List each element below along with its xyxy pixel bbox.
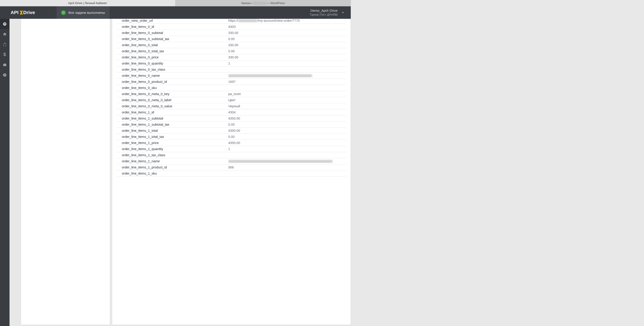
field-row: order_line_items_0_id4303	[117, 24, 346, 30]
field-row: order_line_items_1_tax_class	[117, 152, 346, 158]
field-row: order_line_items_0_tax_class	[117, 66, 346, 73]
field-key: order_line_items_0_tax_class	[122, 68, 228, 71]
field-key: order_line_items_0_meta_0_value	[122, 104, 228, 108]
field-row: order_line_items_1_subtotal4350.00	[117, 116, 346, 122]
field-row: order_line_items_0_total_tax0.00	[117, 48, 346, 54]
logo-icon: API Drive	[11, 10, 46, 16]
main-area: order_view_order_urlhttps:///my-account/…	[10, 19, 351, 178]
field-row: order_line_items_0_product_id1697	[117, 79, 346, 85]
redacted-segment	[238, 19, 258, 22]
logo[interactable]: API Drive	[0, 6, 56, 19]
field-value: Цвет	[228, 98, 346, 102]
field-row: order_line_items_1_name	[117, 158, 346, 164]
left-panel	[21, 19, 110, 178]
field-row: order_line_items_0_subtotal_tax0.00	[117, 36, 346, 42]
queue-status: Все задачи выполнены	[56, 6, 110, 19]
field-row: order_view_order_urlhttps:///my-account/…	[117, 19, 346, 24]
field-row: order_line_items_1_subtotal_tax0.00	[117, 122, 346, 128]
field-key: order_line_items_0_total_tax	[122, 49, 228, 53]
field-value: 1697	[228, 80, 346, 84]
field-key: order_line_items_1_quantity	[122, 147, 228, 151]
field-key: order_line_items_0_meta_0_key	[122, 92, 228, 96]
browser-tab-active[interactable]: ApiX-Drive | Личный Кабинет	[0, 0, 176, 6]
field-key: order_line_items_0_subtotal_tax	[122, 37, 228, 41]
field-value: 1	[228, 147, 346, 151]
account-name: Demo_ApiX-Drive	[310, 8, 338, 13]
nav-item-sitemap[interactable]	[0, 39, 9, 49]
field-row: order_line_items_1_price4350.00	[117, 140, 346, 146]
field-value: 330.00	[228, 31, 346, 35]
chevron-down-icon	[342, 12, 344, 13]
field-key: order_line_items_0_sku	[122, 86, 228, 90]
field-key: order_line_items_1_subtotal	[122, 116, 228, 120]
field-row: order_line_items_0_quantity1	[117, 60, 346, 66]
field-row: order_line_items_1_total_tax0.00	[117, 134, 346, 140]
app-header: API Drive Все задачи выполнены Demo_ApiX…	[0, 6, 351, 19]
field-key: order_line_items_1_tax_class	[122, 153, 228, 157]
field-key: order_line_items_1_total	[122, 129, 228, 132]
field-row: order_line_items_0_meta_0_valueЧерный	[117, 103, 346, 109]
tab-redacted	[253, 2, 266, 5]
fields-table: order_view_order_urlhttps:///my-account/…	[117, 19, 346, 176]
nav-item-billing[interactable]: $	[0, 49, 9, 60]
field-value: 0.00	[228, 123, 346, 126]
svg-text:Drive: Drive	[23, 10, 35, 15]
field-value: 4350.00	[228, 129, 346, 132]
svg-text:API: API	[11, 10, 18, 15]
briefcase-icon	[3, 63, 7, 67]
browser-tab-inactive[interactable]: Заказы ‹ — WordPress	[176, 0, 351, 6]
field-key: order_line_items_1_name	[122, 160, 228, 163]
tab-label-prefix: Заказы ‹	[241, 1, 252, 5]
field-value: 1	[228, 62, 346, 65]
dollar-icon: $	[4, 52, 6, 57]
field-value: https:///my-account/view-order/7770	[228, 19, 346, 22]
nav-item-home[interactable]	[0, 29, 9, 39]
field-key: order_line_items_0_total	[122, 43, 228, 47]
field-row: order_line_items_1_total4350.00	[117, 128, 346, 134]
field-value: 0.00	[228, 37, 346, 41]
tab-label-suffix: — WordPress	[267, 1, 285, 5]
field-value	[228, 74, 346, 78]
field-row: order_line_items_0_name	[117, 73, 346, 79]
status-text: Все задачи выполнены	[68, 11, 105, 14]
field-key: order_line_items_0_meta_0_label	[122, 98, 228, 102]
browser-tabbar: ApiX-Drive | Личный Кабинет Заказы ‹ — W…	[0, 0, 351, 6]
field-value: 4303	[228, 25, 346, 28]
field-row: order_line_items_0_subtotal330.00	[117, 30, 346, 36]
field-key: order_line_items_1_price	[122, 141, 228, 145]
field-value	[228, 160, 346, 163]
redacted-value	[228, 74, 312, 78]
field-value: Черный	[228, 104, 346, 108]
account-menu[interactable]: Demo_ApiX-Drive Тариф |Тест ДРАЙВ|	[310, 6, 351, 19]
home-icon	[3, 32, 7, 36]
redacted-value	[228, 160, 332, 163]
nav-item-circle[interactable]	[0, 19, 9, 29]
field-key: order_line_items_1_product_id	[122, 166, 228, 169]
field-row: order_line_items_1_product_id568	[117, 164, 346, 170]
field-key: order_view_order_url	[122, 19, 228, 22]
nav-item-briefcase[interactable]	[0, 60, 9, 70]
field-key: order_line_items_0_name	[122, 74, 228, 78]
field-value-suffix: /my-account/view-order/7770	[258, 19, 300, 22]
field-value: pa_tsvet	[228, 92, 346, 96]
fields-panel: order_view_order_urlhttps:///my-account/…	[112, 19, 351, 178]
field-key: order_line_items_1_id	[122, 110, 228, 114]
field-value: 4304	[228, 110, 346, 114]
tab-label: ApiX-Drive | Личный Кабинет	[68, 1, 107, 5]
field-value: 0.00	[228, 49, 346, 53]
field-value: 330.00	[228, 43, 346, 47]
side-navigation: $	[0, 19, 10, 178]
field-row: order_line_items_0_price330.00	[117, 54, 346, 60]
nav-item-help[interactable]	[0, 70, 9, 80]
field-key: order_line_items_0_product_id	[122, 80, 228, 84]
field-value: 4350.00	[228, 116, 346, 120]
field-row: order_line_items_1_sku	[117, 170, 346, 176]
sitemap-icon	[3, 42, 7, 46]
field-value-prefix: https://	[228, 19, 238, 22]
field-key: order_line_items_1_subtotal_tax	[122, 123, 228, 126]
field-row: order_line_items_1_quantity1	[117, 146, 346, 152]
field-value: 330.00	[228, 56, 346, 59]
checkmark-icon	[61, 10, 66, 15]
field-row: order_line_items_1_id4304	[117, 109, 346, 116]
field-key: order_line_items_0_quantity	[122, 62, 228, 65]
